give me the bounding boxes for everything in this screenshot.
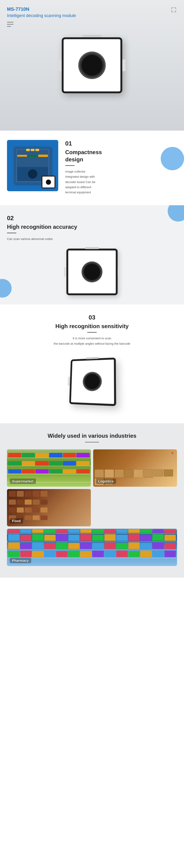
scanner-product-angled <box>69 358 116 406</box>
section-compactness: 01 Compactnessdesign image collector Int… <box>0 131 184 205</box>
section3-divider <box>7 233 16 233</box>
hero-subtitle: Intelligent decoding scanning module <box>7 13 177 18</box>
scanner-lens <box>81 55 103 76</box>
section2-number: 01 <box>65 140 177 147</box>
scanner-product-hero <box>62 37 122 93</box>
section-industries: Widely used in various industries <box>0 423 184 578</box>
scanner-angled-lens <box>84 374 100 389</box>
section3-description: Can scan various abnormal codes <box>7 237 177 242</box>
section3-title: High recognition accuracy <box>7 223 177 230</box>
scanner-medium-lens <box>84 264 100 280</box>
hero-section: MS-7710N Intelligent decoding scanning m… <box>0 0 184 131</box>
industries-divider <box>85 442 99 442</box>
supermarket-label: Supermarket <box>10 478 36 484</box>
section2-description: image collector Integrated design with d… <box>65 169 177 195</box>
industries-title: Widely used in various industries <box>7 433 177 439</box>
food-label: Food <box>10 518 23 524</box>
scanner-product-medium <box>66 249 118 295</box>
pharmacy-label: Pharmacy <box>10 558 31 563</box>
section2-divider <box>65 165 75 166</box>
industry-card-food: Food <box>7 489 91 526</box>
section4-divider <box>87 332 97 333</box>
hero-product-image <box>57 30 127 100</box>
menu-icon[interactable] <box>7 22 13 27</box>
section4-number: 03 <box>7 314 177 321</box>
section2-image <box>7 140 58 191</box>
section3-inner: 02 High recognition accuracy Can scan va… <box>7 215 177 295</box>
logistics-label: Logistics <box>96 478 116 484</box>
section4-title: High recognition sensitivity <box>7 322 177 330</box>
expand-icon[interactable] <box>171 6 177 13</box>
decorative-circle <box>161 147 184 170</box>
section2-content: 01 Compactnessdesign image collector Int… <box>58 140 177 196</box>
scanner-small <box>41 176 56 188</box>
industries-grid: Supermarket <box>7 450 177 526</box>
industry-card-supermarket: Supermarket <box>7 450 91 487</box>
section4-description: It is more convenient to scan the barcod… <box>7 336 177 346</box>
pharmacy-bg <box>7 529 177 566</box>
section2-title: Compactnessdesign <box>65 149 177 163</box>
logistics-location-icon: 📍 <box>170 452 175 456</box>
section-sensitivity: 03 High recognition sensitivity It is mo… <box>0 305 184 423</box>
section3-number: 02 <box>7 215 177 222</box>
hero-model: MS-7710N <box>7 6 177 12</box>
industry-card-pharmacy: Pharmacy <box>7 529 177 566</box>
industry-card-logistics: 📍 Logistics <box>93 450 177 487</box>
section3-product <box>7 249 177 295</box>
section-accuracy: 02 High recognition accuracy Can scan va… <box>0 205 184 305</box>
section4-product <box>7 353 177 414</box>
